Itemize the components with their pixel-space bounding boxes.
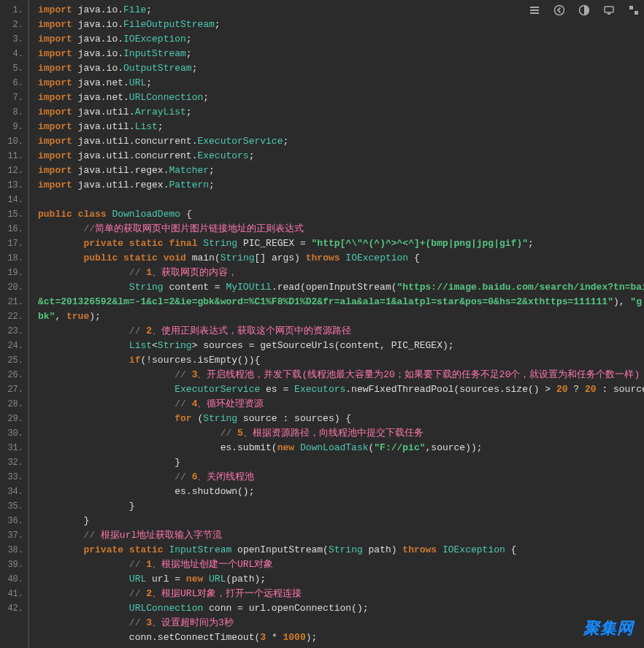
line-number: 42. xyxy=(4,601,23,616)
expand-icon[interactable] xyxy=(628,4,640,16)
desktop-icon[interactable] xyxy=(603,4,615,16)
code-area[interactable]: import java.io.File;import java.io.FileO… xyxy=(29,0,644,648)
code-line: conn.setConnectTimeout(3 * 1000); xyxy=(38,630,644,645)
code-line: import java.net.URL; xyxy=(38,76,644,90)
line-number: 33. xyxy=(4,470,23,485)
svg-rect-2 xyxy=(530,12,539,14)
line-number: 24. xyxy=(4,339,23,353)
line-number: 15. xyxy=(4,207,23,222)
svg-point-3 xyxy=(555,6,564,15)
line-number: 11. xyxy=(4,149,23,163)
svg-rect-8 xyxy=(635,11,638,15)
code-line xyxy=(38,193,644,207)
code-line: import java.io.IOException; xyxy=(38,32,644,47)
line-number: 40. xyxy=(4,572,23,587)
svg-rect-7 xyxy=(629,6,633,9)
code-line: import java.io.FileOutputStream; xyxy=(38,18,644,32)
line-number: 5. xyxy=(4,61,23,76)
code-line: } xyxy=(38,514,644,528)
code-line: // 5、根据资源路径，向线程池中提交下载任务 xyxy=(38,426,644,441)
line-number: 12. xyxy=(4,163,23,178)
line-number: 13. xyxy=(4,178,23,193)
code-line: } xyxy=(38,455,644,470)
code-line: for (String source : sources) { xyxy=(38,412,644,426)
code-line: import java.io.OutputStream; xyxy=(38,61,644,76)
code-line: es.shutdown(); xyxy=(38,485,644,499)
code-line: public class DownloadDemo { xyxy=(38,207,644,222)
code-line: String content = MyIOUtil.read(openInput… xyxy=(38,280,644,295)
code-line: List<String> sources = getSourceUrls(con… xyxy=(38,339,644,353)
code-line: } xyxy=(38,499,644,514)
code-line: private static final String PIC_REGEX = … xyxy=(38,236,644,251)
contrast-icon[interactable] xyxy=(578,4,590,16)
code-line: // 3、开启线程池，并发下载(线程池最大容量为20；如果要下载的任务不足20个… xyxy=(38,368,644,382)
line-number: 31. xyxy=(4,441,23,455)
line-number: 20. xyxy=(4,280,23,295)
code-line: import java.util.concurrent.Executors; xyxy=(38,149,644,163)
code-line: public static void main(String[] args) t… xyxy=(38,251,644,266)
code-editor: 1.2.3.4.5.6.7.8.9.10.11.12.13.14.15.16.1… xyxy=(0,0,644,648)
code-line: import java.net.URLConnection; xyxy=(38,90,644,105)
line-number: 34. xyxy=(4,485,23,499)
line-number: 21. xyxy=(4,295,23,309)
code-line: import java.util.regex.Matcher; xyxy=(38,163,644,178)
line-number: 32. xyxy=(4,455,23,470)
code-line: // 4、循环处理资源 xyxy=(38,397,644,412)
line-number: 28. xyxy=(4,397,23,412)
code-line: // 1、获取网页的内容， xyxy=(38,266,644,280)
code-line: // 1、根据地址创建一个URL对象 xyxy=(38,558,644,572)
code-line: URLConnection conn = url.openConnection(… xyxy=(38,601,644,616)
code-line: es.submit(new DownLoadTask("F://pic",sou… xyxy=(38,441,644,455)
line-number: 16. xyxy=(4,222,23,236)
code-line: import java.util.ArrayList; xyxy=(38,105,644,120)
line-number: 4. xyxy=(4,47,23,61)
line-number: 29. xyxy=(4,412,23,426)
code-line: if(!sources.isEmpty()){ xyxy=(38,353,644,368)
code-line: import java.util.concurrent.ExecutorServ… xyxy=(38,134,644,149)
code-line: bk", true); xyxy=(38,309,644,324)
line-number: 9. xyxy=(4,120,23,134)
line-number: 22. xyxy=(4,309,23,324)
line-number: 23. xyxy=(4,324,23,339)
code-line: //简单的获取网页中图片图片链接地址的正则表达式 xyxy=(38,222,644,236)
code-line: &ct=201326592&lm=-1&cl=2&ie=gbk&word=%C1… xyxy=(38,295,644,309)
line-number: 26. xyxy=(4,368,23,382)
code-line: // 3、设置超时间为3秒 xyxy=(38,616,644,630)
editor-toolbar xyxy=(529,4,640,16)
line-number: 30. xyxy=(4,426,23,441)
code-line: ExecutorService es = Executors.newFixedT… xyxy=(38,382,644,397)
line-number-gutter: 1.2.3.4.5.6.7.8.9.10.11.12.13.14.15.16.1… xyxy=(0,0,29,648)
code-line: import java.util.List; xyxy=(38,120,644,134)
svg-rect-5 xyxy=(605,7,613,12)
line-number: 3. xyxy=(4,32,23,47)
line-number: 8. xyxy=(4,105,23,120)
line-number: 25. xyxy=(4,353,23,368)
code-line: import java.io.InputStream; xyxy=(38,47,644,61)
line-number: 1. xyxy=(4,3,23,18)
code-line: // 2、根据URL对象，打开一个远程连接 xyxy=(38,587,644,601)
list-icon[interactable] xyxy=(529,4,540,16)
line-number: 17. xyxy=(4,236,23,251)
line-number: 37. xyxy=(4,528,23,543)
line-number: 19. xyxy=(4,266,23,280)
code-line: // 根据url地址获取输入字节流 xyxy=(38,528,644,543)
line-number: 36. xyxy=(4,514,23,528)
line-number: 35. xyxy=(4,499,23,514)
line-number: 7. xyxy=(4,90,23,105)
line-number: 27. xyxy=(4,382,23,397)
code-line: // 2、使用正则表达式，获取这个网页中的资源路径 xyxy=(38,324,644,339)
line-number: 10. xyxy=(4,134,23,149)
svg-rect-1 xyxy=(530,9,539,11)
line-number: 14. xyxy=(4,193,23,207)
line-number: 18. xyxy=(4,251,23,266)
arrow-left-icon[interactable] xyxy=(553,4,565,16)
line-number: 6. xyxy=(4,76,23,90)
line-number: 39. xyxy=(4,558,23,572)
code-line: private static InputStream openInputStre… xyxy=(38,543,644,558)
code-line: // 6、关闭线程池 xyxy=(38,470,644,485)
svg-rect-6 xyxy=(607,13,610,15)
line-number: 2. xyxy=(4,18,23,32)
watermark: 聚集网 xyxy=(583,617,634,639)
svg-rect-0 xyxy=(530,7,539,8)
code-line: import java.util.regex.Pattern; xyxy=(38,178,644,193)
